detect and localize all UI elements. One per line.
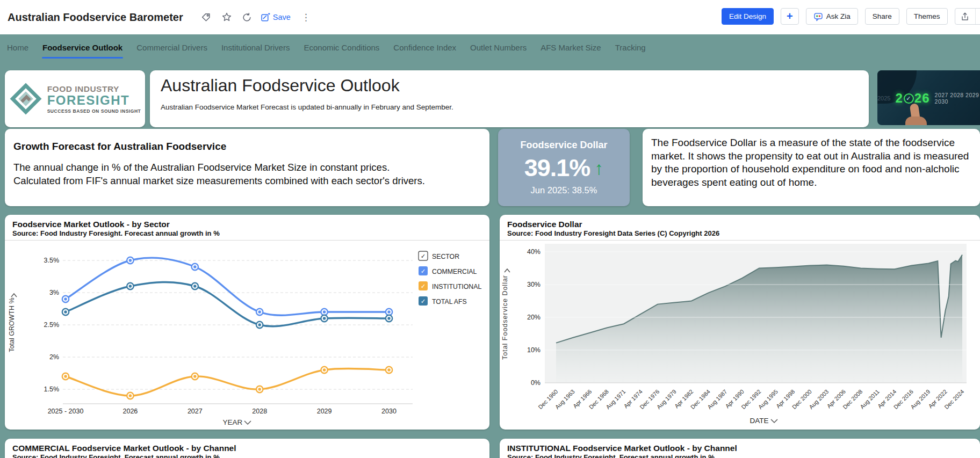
save-label: Save <box>273 13 291 21</box>
tab-institutional-drivers[interactable]: Institutional Drivers <box>214 34 297 60</box>
chart-header: COMMERCIAL Foodservice Market Outlook - … <box>5 439 489 458</box>
growth-line1: The annual change in % of the Australian… <box>13 161 481 175</box>
y-axis-chevron-icon <box>11 294 17 297</box>
legend-item-sector[interactable]: ✓SECTOR <box>419 251 459 260</box>
chart-source: Source: Food Industry Foresight. Forecas… <box>12 453 482 458</box>
kpi-label: Foodservice Dollar <box>520 140 607 151</box>
dollar-area-chart[interactable]: 0%10%20%30%40%Dec 1960Aug 1963Apr 1966De… <box>500 241 980 430</box>
comments-icon[interactable] <box>975 9 980 24</box>
legend-check-icon: ✓ <box>421 298 426 304</box>
promo-image: 2025 2✓26 2027 2028 2029 2030 <box>877 70 980 125</box>
x-tick-label: 2030 <box>381 408 397 415</box>
data-point-dot <box>64 298 67 301</box>
data-point-dot <box>129 259 132 262</box>
promo-years-row: 2025 2✓26 2027 2028 2029 2030 <box>877 91 980 106</box>
data-point-dot <box>64 375 67 378</box>
data-point-dot <box>258 388 261 391</box>
chart-title: COMMERCIAL Foodservice Market Outlook - … <box>12 443 482 453</box>
y-tick-label: 20% <box>527 314 541 321</box>
growth-line2: Calculated from FIF's annual market size… <box>13 175 481 188</box>
promo-year-dim: 2025 <box>877 95 890 101</box>
y-tick-label: 1.5% <box>44 386 60 393</box>
refresh-icon[interactable] <box>240 10 254 24</box>
foodservice-dollar-kpi-card: Foodservice Dollar 39.1% ↑ Jun 2025: 38.… <box>498 129 630 206</box>
chart-header: INSTITUTIONAL Foodservice Market Outlook… <box>500 439 980 458</box>
data-point-dot <box>193 285 196 288</box>
tag-icon[interactable] <box>199 10 213 24</box>
dashboard-subtitle: Australian Foodservice Market Forecast i… <box>161 103 858 111</box>
favorite-star-icon[interactable] <box>220 10 234 24</box>
promo-check-icon: ✓ <box>904 93 914 104</box>
chart-header: Foodservice Dollar Source: Food Industry… <box>500 215 980 241</box>
data-point-dot <box>193 266 196 268</box>
legend-item-total-afs[interactable]: ✓TOTAL AFS <box>419 296 467 306</box>
x-axis-title: YEAR <box>223 418 243 426</box>
kpi-value: 39.1% <box>524 154 590 182</box>
legend-check-icon: ✓ <box>421 253 426 259</box>
data-point-dot <box>387 369 390 372</box>
chart-title: Foodservice Market Outlook - by Sector <box>12 219 482 229</box>
data-point-dot <box>323 369 326 372</box>
chart-source: Source: Food Industry Foresight. Forecas… <box>507 453 972 458</box>
themes-button[interactable]: Themes <box>906 8 948 25</box>
tab-confidence-index[interactable]: Confidence Index <box>386 34 463 60</box>
sector-line-chart[interactable]: 1.5%2%2.5%3%3.5%2025 - 20302026202720282… <box>5 241 489 430</box>
topbar: Australian Foodservice Barometer * Save … <box>0 0 980 34</box>
legend-label: COMMERCIAL <box>432 268 477 275</box>
legend-label: INSTITUTIONAL <box>432 283 481 290</box>
tab-outlet-numbers[interactable]: Outlet Numbers <box>463 34 534 60</box>
tab-tracking[interactable]: Tracking <box>608 34 653 60</box>
x-tick-label: 2025 - 2030 <box>48 408 84 415</box>
dashboard-canvas: FOOD INDUSTRY FORESIGHT SUCCESS BASED ON… <box>0 60 980 458</box>
share-button[interactable]: Share <box>865 8 899 25</box>
data-point-dot <box>387 317 390 320</box>
x-tick-label: 2027 <box>188 408 203 415</box>
y-axis-chevron-icon <box>505 269 510 272</box>
edit-design-button[interactable]: Edit Design <box>722 8 774 25</box>
legend-item-commercial[interactable]: ✓COMMERCIAL <box>419 266 477 275</box>
legend-label: SECTOR <box>432 253 459 260</box>
tab-home[interactable]: Home <box>0 34 35 60</box>
ask-zia-label: Ask Zia <box>826 12 851 20</box>
save-asterisk: * <box>268 12 270 17</box>
x-axis-chevron-icon <box>244 421 251 424</box>
commercial-channel-chart-card: COMMERCIAL Foodservice Market Outlook - … <box>5 439 489 458</box>
dashboard-tabstrip: HomeFoodservice OutlookCommercial Driver… <box>0 34 980 60</box>
promo-years-right: 2027 2028 2029 2030 <box>935 92 980 105</box>
chart-source: Source: Food Industry Foresight Data Ser… <box>507 229 972 237</box>
zia-icon <box>813 12 823 21</box>
export-icon[interactable] <box>955 9 975 24</box>
kpi-comparison: Jun 2025: 38.5% <box>531 185 597 195</box>
institutional-channel-chart-card: INSTITUTIONAL Foodservice Market Outlook… <box>500 439 980 458</box>
data-point-dot <box>64 311 67 314</box>
series-line-institutional <box>66 369 389 396</box>
chart-title: INSTITUTIONAL Foodservice Market Outlook… <box>507 443 972 453</box>
ask-zia-button[interactable]: Ask Zia <box>806 8 858 25</box>
tab-foodservice-outlook[interactable]: Foodservice Outlook <box>35 34 129 60</box>
data-point-dot <box>129 395 132 397</box>
data-point-dot <box>323 311 326 314</box>
y-tick-label: 30% <box>527 281 541 288</box>
toolbar-icon-group <box>955 8 980 25</box>
legend-check-icon: ✓ <box>421 283 426 289</box>
add-button[interactable]: + <box>781 8 799 25</box>
x-tick-label: 2026 <box>122 408 138 415</box>
logo-line1: FOOD INDUSTRY <box>47 84 141 94</box>
x-tick-label: 2029 <box>317 408 332 415</box>
tab-afs-market-size[interactable]: AFS Market Size <box>534 34 608 60</box>
promo-hand <box>905 117 927 125</box>
y-tick-label: 3% <box>49 289 59 296</box>
data-point-dot <box>387 311 390 314</box>
tab-commercial-drivers[interactable]: Commercial Drivers <box>129 34 214 60</box>
save-button[interactable]: * Save <box>261 12 291 23</box>
chart-header: Foodservice Market Outlook - by Sector S… <box>5 215 489 241</box>
sector-outlook-chart-card: Foodservice Market Outlook - by Sector S… <box>5 215 489 430</box>
foodservice-dollar-chart-card: Foodservice Dollar Source: Food Industry… <box>500 215 980 430</box>
x-axis-title: DATE <box>750 417 768 425</box>
more-menu-icon[interactable]: ⋮ <box>301 12 311 23</box>
tab-economic-conditions[interactable]: Economic Conditions <box>297 34 386 60</box>
legend-item-institutional[interactable]: ✓INSTITUTIONAL <box>419 281 481 290</box>
dashboard-title: Australian Foodservice Outlook <box>161 76 858 96</box>
app-window: Australian Foodservice Barometer * Save … <box>0 0 980 458</box>
header-card: Australian Foodservice Outlook Australia… <box>150 70 869 127</box>
